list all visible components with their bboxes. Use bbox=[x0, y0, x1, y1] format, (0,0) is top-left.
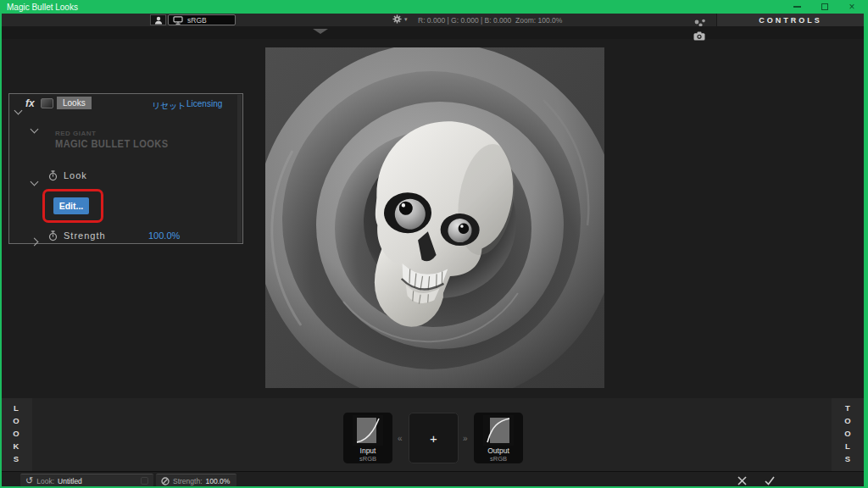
brand-logo: RED GIANT MAGIC BULLET LOOKS bbox=[55, 130, 193, 150]
close-button[interactable]: × bbox=[841, 0, 863, 14]
output-tile-title: Output bbox=[487, 446, 509, 455]
display-profile-button[interactable] bbox=[150, 14, 166, 25]
look-stopwatch-button[interactable] bbox=[48, 169, 58, 185]
gear-icon bbox=[392, 14, 402, 24]
chevron-down-icon: ▾ bbox=[404, 16, 408, 23]
tools-tab-label: TOOLS bbox=[843, 403, 853, 467]
input-tile-colorspace: sRGB bbox=[359, 455, 376, 463]
colorspace-value: sRGB bbox=[187, 16, 207, 25]
chevron-down-icon bbox=[31, 125, 39, 134]
chevron-down-icon bbox=[31, 178, 39, 186]
tools-side-tab[interactable]: TOOLS bbox=[832, 398, 864, 471]
strength-value-field[interactable]: 100.0% bbox=[148, 230, 180, 241]
settings-menu-button[interactable]: ▾ bbox=[392, 14, 408, 24]
brand-line1: RED GIANT bbox=[55, 130, 193, 137]
chain-separator-right: » bbox=[463, 434, 468, 443]
person-icon bbox=[154, 16, 163, 25]
output-curve-thumbnail bbox=[483, 415, 514, 446]
chevron-right-icon bbox=[31, 238, 39, 247]
effect-expand-chevron[interactable] bbox=[15, 102, 21, 117]
effect-controls-panel: fx Looks リセット Licensing RED GIANT MAGIC … bbox=[8, 93, 243, 244]
chain-separator-left: « bbox=[398, 434, 403, 443]
brand-line2: MAGIC BULLET LOOKS bbox=[55, 137, 168, 150]
output-chain-tile[interactable]: Output sRGB bbox=[474, 413, 523, 463]
maximize-icon bbox=[821, 3, 828, 10]
status-bar: ↺ Look: Untitled Strength: 100.0% bbox=[0, 471, 868, 488]
preview-viewer-skull-image[interactable] bbox=[265, 47, 604, 388]
looks-side-tab[interactable]: LOOKS bbox=[0, 398, 32, 471]
zoom-readout: Zoom: 100.0% bbox=[515, 16, 562, 25]
input-tile-title: Input bbox=[360, 446, 376, 455]
reset-link[interactable]: リセット bbox=[152, 99, 186, 112]
effect-badge-icon bbox=[41, 98, 53, 108]
licensing-link[interactable]: Licensing bbox=[186, 99, 222, 108]
colorspace-dropdown[interactable]: sRGB bbox=[168, 14, 236, 25]
minimize-icon bbox=[793, 6, 801, 8]
strength-stopwatch-button[interactable] bbox=[48, 230, 58, 245]
save-slot-icon bbox=[141, 477, 148, 485]
x-icon bbox=[738, 477, 746, 485]
look-status-label: Look: bbox=[36, 477, 54, 485]
strength-status-control[interactable]: Strength: 100.0% bbox=[156, 474, 236, 487]
rgb-readout: R: 0.000 | G: 0.000 | B: 0.000 bbox=[418, 16, 511, 25]
red-annotation-box bbox=[42, 189, 103, 223]
effect-name-looks[interactable]: Looks bbox=[57, 97, 92, 109]
group-expand-chevron[interactable] bbox=[31, 120, 37, 136]
close-icon: × bbox=[849, 2, 854, 12]
controls-section: CONTROLS bbox=[716, 14, 864, 26]
input-chain-tile[interactable]: Input sRGB bbox=[343, 413, 392, 463]
check-icon bbox=[765, 477, 774, 485]
looks-tab-label: LOOKS bbox=[12, 403, 21, 467]
maximize-button[interactable] bbox=[814, 0, 836, 14]
panel-scrollbar[interactable] bbox=[237, 95, 242, 242]
add-tool-tile[interactable]: + bbox=[409, 413, 459, 463]
disable-icon bbox=[161, 477, 170, 485]
stopwatch-icon bbox=[48, 170, 58, 181]
window-edge-right bbox=[864, 0, 868, 488]
monitor-icon bbox=[173, 16, 183, 25]
strength-param-label: Strength bbox=[64, 230, 106, 241]
cancel-button[interactable] bbox=[737, 475, 748, 486]
output-tile-colorspace: sRGB bbox=[490, 455, 507, 463]
input-curve-thumbnail bbox=[353, 415, 383, 446]
chevron-down-icon bbox=[14, 107, 23, 115]
strength-status-label: Strength: bbox=[173, 477, 203, 485]
strength-expand-chevron[interactable] bbox=[31, 233, 37, 248]
look-param-label: Look bbox=[64, 170, 87, 180]
drawer-collapse-triangle-icon[interactable] bbox=[313, 29, 328, 34]
scopes-drawer-strip bbox=[0, 26, 868, 39]
window-title: Magic Bullet Looks bbox=[0, 3, 78, 12]
stopwatch-icon bbox=[48, 230, 58, 241]
minimize-button[interactable] bbox=[786, 0, 808, 14]
look-status-control[interactable]: ↺ Look: Untitled bbox=[20, 474, 153, 487]
fx-label: fx bbox=[25, 97, 35, 109]
controls-tab[interactable]: CONTROLS bbox=[759, 16, 822, 25]
window-title-bar: Magic Bullet Looks bbox=[0, 0, 868, 14]
snapshot-camera-button[interactable] bbox=[693, 29, 705, 44]
undo-icon[interactable]: ↺ bbox=[25, 476, 33, 485]
strength-status-value: 100.0% bbox=[206, 477, 231, 485]
look-status-value: Untitled bbox=[58, 477, 82, 485]
camera-icon bbox=[693, 31, 705, 41]
confirm-button[interactable] bbox=[764, 475, 776, 486]
look-expand-chevron[interactable] bbox=[31, 173, 37, 188]
window-edge-left bbox=[0, 0, 2, 488]
